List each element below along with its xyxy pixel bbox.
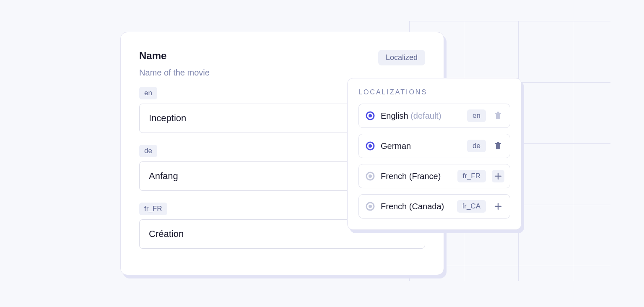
svg-point-13	[369, 205, 372, 208]
locale-row-french-canada[interactable]: French (Canada) fr_CA	[358, 194, 510, 219]
svg-point-11	[369, 174, 372, 178]
locale-code-chip: en	[467, 109, 486, 122]
field-title: Name	[139, 50, 166, 62]
svg-rect-7	[496, 144, 500, 149]
locale-label: German	[381, 141, 461, 151]
locale-code-tag: fr_FR	[139, 203, 167, 215]
svg-point-6	[369, 144, 372, 148]
locale-label: English (default)	[381, 111, 461, 121]
locale-row-english[interactable]: English (default) en	[358, 104, 510, 128]
localizations-popover: LOCALIZATIONS English (default) en Germa…	[347, 78, 522, 230]
radio-selected-icon	[366, 141, 375, 151]
svg-point-1	[369, 114, 372, 117]
radio-selected-icon	[366, 111, 375, 120]
locale-code-chip: fr_FR	[457, 170, 486, 182]
svg-rect-3	[495, 113, 501, 114]
delete-locale-button[interactable]	[492, 140, 504, 152]
locale-label: French (Canada)	[381, 202, 451, 211]
svg-rect-4	[497, 112, 499, 113]
locale-code-chip: fr_CA	[457, 200, 486, 213]
field-description: Name of the movie	[139, 68, 425, 78]
locale-code-tag: en	[139, 87, 157, 99]
localized-badge[interactable]: Localized	[378, 50, 425, 65]
locale-code-chip: de	[467, 140, 486, 152]
locale-row-german[interactable]: German de	[358, 134, 510, 158]
locale-code-tag: de	[139, 145, 157, 157]
delete-locale-button[interactable]	[492, 109, 504, 122]
radio-unselected-icon	[366, 202, 375, 211]
svg-rect-9	[497, 142, 499, 143]
add-locale-button[interactable]	[492, 200, 504, 213]
locale-label: French (France)	[381, 172, 452, 181]
locale-row-french-france[interactable]: French (France) fr_FR	[358, 164, 510, 188]
svg-rect-2	[496, 114, 500, 119]
add-locale-button[interactable]	[492, 170, 504, 182]
svg-rect-8	[495, 143, 501, 144]
radio-unselected-icon	[366, 172, 375, 181]
popover-title: LOCALIZATIONS	[358, 88, 510, 96]
